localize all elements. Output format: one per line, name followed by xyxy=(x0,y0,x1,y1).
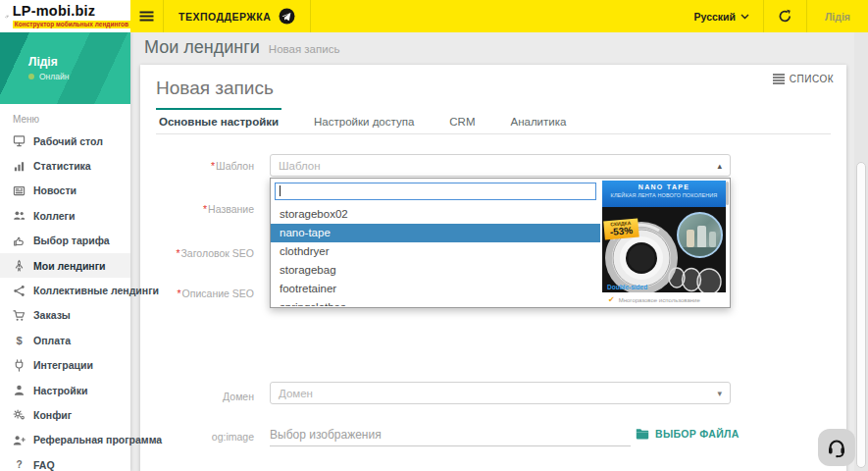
list-icon xyxy=(773,74,785,84)
sidebar-item-label: Настройки xyxy=(33,385,87,396)
sidebar-item-label: FAQ xyxy=(33,459,55,471)
sidebar-item-label: Конфиг xyxy=(33,409,72,421)
option-storagebox02[interactable]: storagebox02 xyxy=(271,205,600,224)
name-label: *Название xyxy=(140,203,254,215)
option-springclothes[interactable]: springclothes xyxy=(271,298,600,306)
sidebar-item-label: Статистика xyxy=(33,160,91,172)
tab-access-settings[interactable]: Настройки доступа xyxy=(311,108,417,133)
profile-card: Лідія Онлайн xyxy=(0,32,130,104)
breadcrumb: Мои лендинги Новая запись xyxy=(144,37,339,58)
required-mark: * xyxy=(178,288,181,299)
option-storagebag[interactable]: storagebag xyxy=(271,261,600,280)
headset-icon xyxy=(826,437,847,458)
topbar-right-group: Русский Лідія xyxy=(681,0,868,32)
sidebar-item-orders[interactable]: Заказы xyxy=(0,303,130,328)
online-status-label: Онлайн xyxy=(39,72,69,81)
sidebar-item-label: Коллеги xyxy=(33,210,75,222)
option-clothdryer[interactable]: clothdryer xyxy=(271,242,600,261)
sidebar-item-referral[interactable]: Реферальная программа xyxy=(0,428,130,452)
stats-icon xyxy=(13,160,26,173)
logo-tagline: Конструктор мобильных лендингов xyxy=(13,21,130,29)
required-mark: * xyxy=(203,203,207,215)
sidebar-item-integrations[interactable]: Интеграции xyxy=(0,353,130,378)
tariff-icon xyxy=(13,235,26,247)
chevron-down-icon xyxy=(740,14,749,20)
online-status-dot xyxy=(28,74,34,79)
template-label: *Шаблон xyxy=(140,160,254,172)
domain-placeholder: Домен xyxy=(279,388,313,399)
required-mark: * xyxy=(176,247,179,259)
required-mark: * xyxy=(211,160,215,172)
app-window: LP-mobi.biz Конструктор мобильных лендин… xyxy=(0,0,868,471)
sidebar-item-my-landings[interactable]: Мои лендинги xyxy=(0,253,130,278)
preview-feature-label: Многоразовое использование xyxy=(619,297,700,303)
sidebar-item-config[interactable]: Конфиг xyxy=(0,402,130,427)
sidebar-item-colleagues[interactable]: Коллеги xyxy=(0,203,130,228)
select-arrow-up-icon: ▴ xyxy=(717,161,722,171)
sidebar-item-dashboard[interactable]: Рабочий стол xyxy=(0,129,130,153)
template-search-input[interactable] xyxy=(275,183,596,200)
sidebar-toggle-button[interactable] xyxy=(130,0,164,32)
desktop-icon xyxy=(13,134,26,147)
list-button[interactable]: СПИСОК xyxy=(773,74,834,84)
sidebar-item-label: Рабочий стол xyxy=(33,135,103,147)
dropdown-scrollbar[interactable] xyxy=(726,182,729,205)
support-chat-button[interactable] xyxy=(818,429,855,466)
sidebar-menu: Рабочий стол Статистика Новости Коллеги … xyxy=(0,129,130,471)
cart-icon xyxy=(13,309,26,322)
profile-name: Лідія xyxy=(28,55,58,69)
refresh-button[interactable] xyxy=(763,0,806,32)
option-nano-tape[interactable]: nano-tape xyxy=(271,224,600,242)
sidebar-item-label: Выбор тарифа xyxy=(33,235,110,246)
sidebar-item-news[interactable]: Новости xyxy=(0,179,130,203)
sidebar-item-label: Мои лендинги xyxy=(33,260,106,272)
gears-icon xyxy=(13,408,26,421)
domain-label: Домен xyxy=(140,391,254,402)
support-button[interactable]: ТЕХПОДДЕРЖКА xyxy=(164,0,311,32)
template-select[interactable]: Шаблон ▴ xyxy=(270,154,731,177)
seo-title-label: *Заголовок SEO xyxy=(140,247,254,259)
sidebar-item-label: Реферальная программа xyxy=(33,434,162,445)
card-title: Новая запись xyxy=(156,78,274,99)
sidebar-item-statistics[interactable]: Статистика xyxy=(0,153,130,178)
template-preview[interactable]: NANO TAPE КЛЕЙКАЯ ЛЕНТА НОВОГО ПОКОЛЕНИЯ xyxy=(602,181,726,307)
badge-value: -53% xyxy=(609,226,634,237)
svg-text:?: ? xyxy=(16,459,22,470)
top-bar: LP-mobi.biz Конструктор мобильных лендин… xyxy=(0,0,868,32)
sidebar-item-label: Новости xyxy=(33,184,77,196)
domain-select[interactable]: Домен ▾ xyxy=(270,382,731,404)
sidebar-item-tariff[interactable]: Выбор тарифа xyxy=(0,229,130,253)
sidebar-item-payment[interactable]: $ Оплата xyxy=(0,328,130,352)
sidebar-item-settings[interactable]: Настройки xyxy=(0,378,130,402)
page-scrollbar-track[interactable] xyxy=(854,32,868,471)
template-dropdown: storagebox02 nano-tape clothdryer storag… xyxy=(270,178,731,308)
colleagues-icon xyxy=(13,209,26,222)
tab-analytics[interactable]: Аналитика xyxy=(507,108,569,133)
choose-file-button[interactable]: ВЫБОР ФАЙЛА xyxy=(636,428,740,440)
profile-status: Онлайн xyxy=(28,72,69,81)
language-selector[interactable]: Русский xyxy=(681,0,763,32)
topbar-username: Лідія xyxy=(825,11,850,23)
user-menu[interactable]: Лідія xyxy=(806,0,868,32)
preview-title: NANO TAPE xyxy=(602,181,726,190)
preview-feature-row: ✔ Многоразовое использование xyxy=(602,292,726,307)
dog-logo-icon xyxy=(5,4,9,29)
language-label: Русский xyxy=(694,11,736,23)
sidebar-item-collective-landings[interactable]: Коллективные лендинги xyxy=(0,278,130,302)
dollar-icon: $ xyxy=(13,334,26,346)
tab-crm[interactable]: CRM xyxy=(446,108,478,133)
check-icon: ✔ xyxy=(608,295,615,304)
page-scrollbar-thumb[interactable] xyxy=(856,162,866,468)
option-footretainer[interactable]: footretainer xyxy=(271,280,600,298)
page-title: Мои лендинги xyxy=(144,37,260,58)
tab-main-settings[interactable]: Основные настройки xyxy=(156,108,281,133)
text-caret xyxy=(280,185,281,196)
page-subtitle: Новая запись xyxy=(269,43,340,55)
collective-icon xyxy=(13,285,26,297)
choose-file-label: ВЫБОР ФАЙЛА xyxy=(655,428,740,440)
logo[interactable]: LP-mobi.biz Конструктор мобильных лендин… xyxy=(0,0,130,32)
sidebar-item-faq[interactable]: ? FAQ xyxy=(0,452,130,471)
preview-subtitle: КЛЕЙКАЯ ЛЕНТА НОВОГО ПОКОЛЕНИЯ xyxy=(607,192,721,198)
og-image-input[interactable]: Выбор изображения xyxy=(270,423,631,446)
logo-title: LP-mobi.biz xyxy=(13,4,130,19)
